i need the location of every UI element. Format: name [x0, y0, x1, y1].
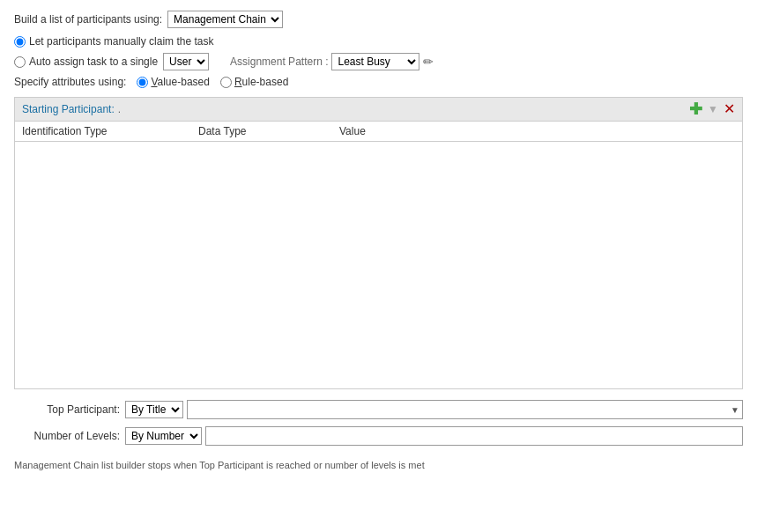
col-header-identification-type: Identification Type [22, 125, 198, 137]
number-of-levels-dropdown[interactable]: By Number [125, 427, 202, 445]
auto-assign-row: Auto assign task to a single User Assign… [14, 53, 743, 70]
dot-separator: . [118, 103, 121, 115]
manual-claim-row: Let participants manually claim the task [14, 35, 743, 48]
number-of-levels-label: Number of Levels: [14, 430, 120, 442]
auto-assign-text: Auto assign task to a single [29, 55, 158, 68]
build-list-label: Build a list of participants using: [14, 13, 162, 26]
specify-attributes-label: Specify attributes using: [14, 76, 126, 88]
rule-based-suffix: ule-based [242, 76, 289, 88]
top-participant-label: Top Participant: [14, 403, 120, 416]
auto-assign-label[interactable]: Auto assign task to a single [14, 55, 158, 68]
build-list-dropdown[interactable]: Management Chain [167, 11, 283, 28]
table-header-left: Starting Participant: . [22, 103, 121, 115]
col-header-value: Value [339, 125, 735, 137]
value-based-radio[interactable] [137, 77, 148, 88]
table-column-headers: Identification Type Data Type Value [15, 122, 742, 142]
close-table-button[interactable]: ✕ [724, 102, 735, 116]
bottom-fields: Top Participant: By Title ▼ Number of Le… [14, 400, 743, 446]
edit-icon[interactable]: ✏ [423, 55, 434, 69]
value-based-label[interactable]: Value-based [151, 76, 210, 88]
footer-note-text: Management Chain list builder stops when… [14, 460, 425, 470]
add-row-button[interactable]: ✚ [689, 101, 702, 117]
starting-participant-table: Starting Participant: . ✚ ▼ ✕ Identifica… [14, 97, 743, 389]
value-based-option[interactable]: Value-based [137, 76, 210, 88]
dropdown-arrow-icon[interactable]: ▼ [708, 103, 718, 115]
table-header-right: ✚ ▼ ✕ [689, 101, 735, 117]
specify-attributes-row: Specify attributes using: Value-based Ru… [14, 76, 743, 88]
footer-note: Management Chain list builder stops when… [14, 460, 743, 470]
number-of-levels-input[interactable] [205, 426, 743, 446]
table-body [15, 142, 742, 388]
rule-based-option[interactable]: Rule-based [220, 76, 288, 88]
manual-claim-label[interactable]: Let participants manually claim the task [14, 35, 743, 48]
rule-based-label[interactable]: Rule-based [234, 76, 288, 88]
assignment-pattern-dropdown[interactable]: Least Busy [331, 53, 419, 70]
rule-based-radio[interactable] [220, 77, 232, 88]
starting-participant-title: Starting Participant: [22, 103, 115, 115]
manual-claim-text: Let participants manually claim the task [29, 35, 213, 48]
table-header: Starting Participant: . ✚ ▼ ✕ [15, 98, 742, 122]
top-participant-dropdown[interactable]: By Title [125, 401, 183, 418]
top-participant-input[interactable]: ▼ [187, 400, 743, 419]
manual-claim-radio[interactable] [14, 36, 26, 48]
rule-based-text: R [234, 76, 242, 88]
value-based-text: V [151, 76, 157, 88]
build-list-row: Build a list of participants using: Mana… [14, 11, 743, 28]
top-participant-row: Top Participant: By Title ▼ [14, 400, 743, 419]
value-based-suffix: alue-based [158, 76, 210, 88]
assignment-pattern-label: Assignment Pattern : [230, 55, 328, 68]
auto-assign-radio[interactable] [14, 56, 26, 68]
user-dropdown[interactable]: User [163, 53, 209, 70]
col-header-data-type: Data Type [198, 125, 339, 137]
number-of-levels-row: Number of Levels: By Number [14, 426, 743, 446]
top-participant-input-arrow[interactable]: ▼ [728, 405, 742, 415]
